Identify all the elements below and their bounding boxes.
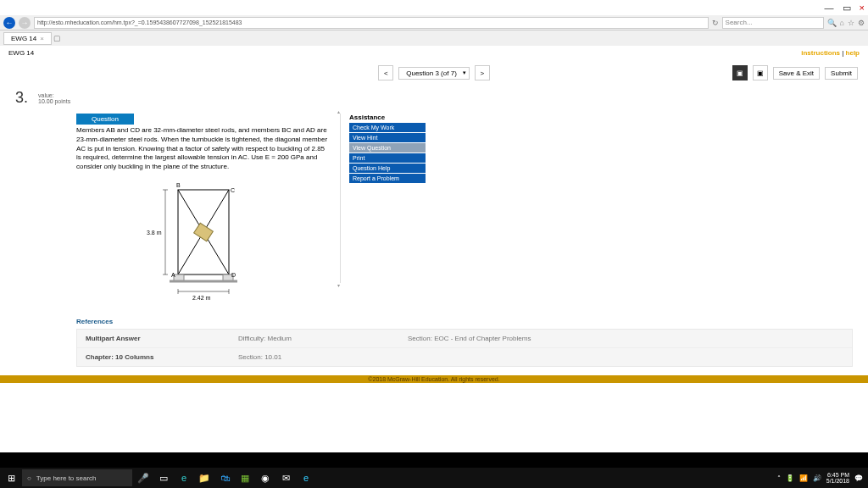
minimize-button[interactable]: — (825, 3, 834, 13)
app-icon[interactable]: ▦ (236, 469, 254, 487)
question-tab: Question (76, 114, 134, 125)
explorer-icon[interactable]: 📁 (195, 469, 214, 487)
window-titlebar: — ▭ × (0, 0, 868, 15)
svg-text:A: A (171, 272, 175, 278)
question-help-button[interactable]: Question Help (349, 164, 426, 173)
help-link[interactable]: help (846, 49, 860, 57)
system-tray[interactable]: ˄ 🔋 📶 🔊 6:45 PM5/1/2018 💬 (777, 472, 866, 484)
svg-text:3.8 m: 3.8 m (147, 230, 162, 236)
start-button[interactable]: ⊞ (2, 469, 20, 487)
notifications-icon[interactable]: 💬 (854, 474, 863, 482)
back-button[interactable]: ← (3, 17, 15, 29)
url-field[interactable]: http://esto.mheducation.com/hm.tpx?_=0.1… (34, 17, 709, 29)
svg-text:B: B (176, 182, 181, 188)
favorites-icon[interactable]: ☆ (848, 19, 854, 27)
assistance-title: Assistance (349, 114, 426, 121)
table-row: Multipart Answer Difficulty: Medium Sect… (77, 330, 852, 347)
tab-close-icon[interactable]: × (40, 35, 44, 42)
svg-text:2.42 m: 2.42 m (192, 295, 211, 301)
save-exit-button[interactable]: Save & Exit (773, 67, 820, 80)
magnify-icon[interactable]: 🔍 (827, 19, 837, 27)
clock[interactable]: 6:45 PM5/1/2018 (826, 472, 849, 484)
tray-up-icon[interactable]: ˄ (777, 474, 781, 482)
question-number: 3. (15, 89, 28, 107)
course-label: EWG 14 (8, 49, 34, 57)
print-icon[interactable]: ▣ (753, 65, 768, 80)
wifi-icon[interactable]: 📶 (799, 474, 808, 482)
table-row: Chapter: 10 Columns Section: 10.01 (77, 347, 852, 366)
assistance-panel: Assistance Check My Work View Hint View … (349, 114, 426, 306)
page-content: EWG 14 instructions | help < Question 3 … (0, 46, 868, 452)
view-hint-button[interactable]: View Hint (349, 133, 426, 142)
taskbar-search[interactable]: ○Type here to search (22, 469, 132, 486)
prev-question-button[interactable]: < (378, 65, 393, 80)
question-text: Members AB and CD are 32-mm-diameter ste… (76, 126, 331, 172)
cortana-icon: ○ (27, 474, 31, 482)
report-problem-button[interactable]: Report a Problem (349, 174, 426, 183)
ebook-icon[interactable]: ▣ (732, 65, 748, 80)
edge-icon[interactable]: e (175, 469, 193, 487)
battery-icon[interactable]: 🔋 (786, 474, 794, 482)
forward-button[interactable]: → (19, 17, 31, 29)
volume-icon[interactable]: 🔊 (813, 474, 821, 482)
chrome-icon[interactable]: ◉ (256, 469, 275, 487)
question-selector[interactable]: Question 3 (of 7) (398, 67, 470, 80)
references-heading[interactable]: References (76, 318, 853, 325)
browser-tabs: EWG 14 × ▢ (0, 30, 868, 46)
view-question-button[interactable]: View Question (349, 143, 426, 152)
store-icon[interactable]: 🛍 (215, 469, 234, 487)
maximize-button[interactable]: ▭ (843, 3, 851, 14)
question-panel: Question Members AB and CD are 32-mm-dia… (76, 114, 331, 306)
close-button[interactable]: × (860, 3, 865, 13)
windows-taskbar: ⊞ ○Type here to search 🎤 ▭ e 📁 🛍 ▦ ◉ ✉ e… (0, 468, 868, 488)
footer-copyright: ©2018 McGraw-Hill Education. All rights … (0, 375, 868, 383)
tools-icon[interactable]: ⚙ (858, 19, 865, 27)
address-bar: ← → http://esto.mheducation.com/hm.tpx?_… (0, 15, 868, 30)
tab-ewg14[interactable]: EWG 14 × (3, 32, 52, 45)
home-icon[interactable]: ⌂ (840, 19, 844, 27)
figure: B C A D 3.8 m 2.42 m (76, 177, 331, 306)
instructions-link[interactable]: instructions (801, 49, 840, 57)
mic-icon[interactable]: 🎤 (134, 469, 153, 487)
submit-button[interactable]: Submit (825, 67, 858, 80)
mail-icon[interactable]: ✉ (276, 469, 295, 487)
next-question-button[interactable]: > (475, 65, 490, 80)
ie-icon[interactable]: e (297, 469, 315, 487)
new-tab-icon[interactable]: ▢ (53, 34, 61, 42)
tab-label: EWG 14 (11, 35, 36, 42)
search-input[interactable]: Search... (722, 17, 824, 29)
pane-divider[interactable] (337, 114, 342, 306)
question-nav: < Question 3 (of 7) > ▣ ▣ Save & Exit Su… (0, 65, 868, 80)
svg-text:D: D (231, 272, 236, 278)
refresh-icon[interactable]: ↻ (712, 19, 719, 27)
check-work-button[interactable]: Check My Work (349, 123, 426, 132)
print-button[interactable]: Print (349, 153, 426, 163)
task-view-icon[interactable]: ▭ (154, 469, 173, 487)
metadata-table: Multipart Answer Difficulty: Medium Sect… (76, 329, 853, 367)
svg-rect-3 (194, 223, 214, 241)
svg-text:C: C (231, 187, 235, 193)
